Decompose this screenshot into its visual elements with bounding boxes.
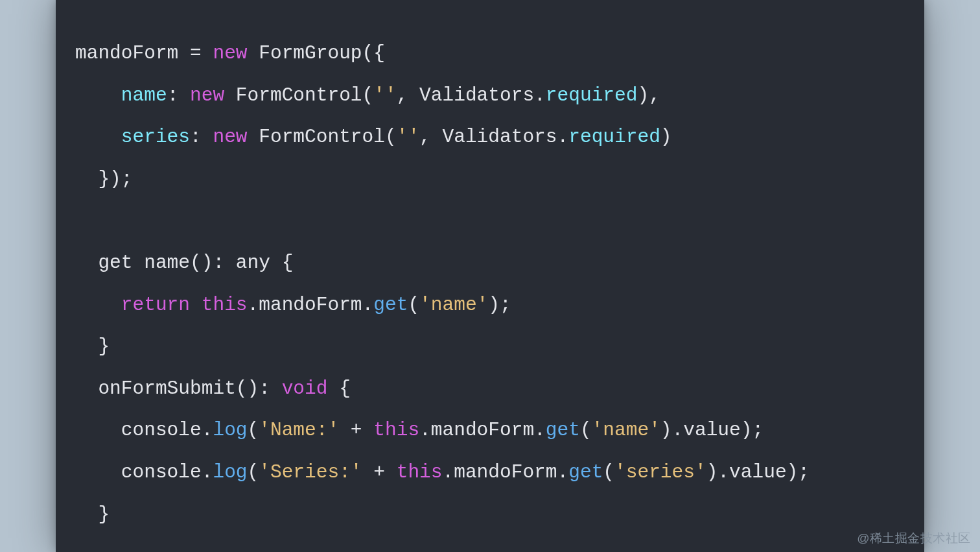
code-token-keyword: new <box>190 84 224 106</box>
code-token-this: this <box>397 461 443 483</box>
code-token <box>75 294 121 316</box>
code-token: FormControl( <box>224 84 373 106</box>
code-token-call: get <box>373 294 408 316</box>
code-token <box>75 126 121 148</box>
code-editor: mandoForm = new FormGroup({ name: new Fo… <box>56 0 924 552</box>
code-token: ( <box>248 419 259 441</box>
code-token: console. <box>75 419 213 441</box>
code-token: ( <box>248 461 259 483</box>
code-token-string: 'Name:' <box>259 419 339 441</box>
code-token: get name(): any { <box>75 252 293 274</box>
code-token: mandoForm <box>75 42 190 64</box>
code-token-string: '' <box>397 126 419 148</box>
code-token: ); <box>488 294 511 316</box>
code-token-property: series <box>121 126 190 148</box>
code-token-string: '' <box>373 84 396 106</box>
code-token-keyword: new <box>213 126 247 148</box>
code-token: ).value); <box>706 461 810 483</box>
code-token-string: 'name' <box>419 294 488 316</box>
code-token-keyword: new <box>213 42 247 64</box>
code-token-property: required <box>546 84 638 106</box>
code-token: .mandoForm. <box>248 294 374 316</box>
code-token: ( <box>408 294 419 316</box>
code-token: ) <box>660 126 672 148</box>
code-token-property: name <box>121 84 167 106</box>
code-token-keyword: return <box>121 294 190 316</box>
code-token: { <box>327 378 350 400</box>
code-token-call: get <box>568 461 603 483</box>
code-token <box>190 294 202 316</box>
code-token-keyword: void <box>282 378 328 400</box>
code-token: = <box>190 42 213 64</box>
code-token: + <box>362 461 397 483</box>
code-token: ), <box>637 84 660 106</box>
code-token-string: 'Series:' <box>259 461 362 483</box>
code-token: + <box>339 419 373 441</box>
code-token-this: this <box>373 419 419 441</box>
code-token: .mandoForm. <box>419 419 546 441</box>
code-token-string: 'series' <box>614 461 706 483</box>
code-block: mandoForm = new FormGroup({ name: new Fo… <box>75 32 905 535</box>
code-token: ).value); <box>660 419 764 441</box>
code-token-call: log <box>213 419 247 441</box>
code-token: ( <box>603 461 614 483</box>
code-token: : <box>167 84 190 106</box>
code-token: , Validators. <box>397 84 546 106</box>
code-token-call: get <box>546 419 580 441</box>
code-token: }); <box>75 168 133 190</box>
code-token: console. <box>75 461 213 483</box>
code-token: FormControl( <box>248 126 397 148</box>
code-token: FormGroup({ <box>248 42 385 64</box>
code-token-string: 'name' <box>592 419 660 441</box>
code-token: , Validators. <box>419 126 568 148</box>
code-token <box>75 84 121 106</box>
code-token: .mandoForm. <box>443 461 569 483</box>
code-token-property: required <box>568 126 660 148</box>
code-token-this: this <box>202 294 248 316</box>
code-token: ( <box>580 419 592 441</box>
code-token-call: log <box>213 461 247 483</box>
code-token: : <box>190 126 213 148</box>
code-token: } <box>75 335 110 357</box>
code-token: onFormSubmit(): <box>75 378 282 400</box>
code-token: } <box>75 503 110 525</box>
